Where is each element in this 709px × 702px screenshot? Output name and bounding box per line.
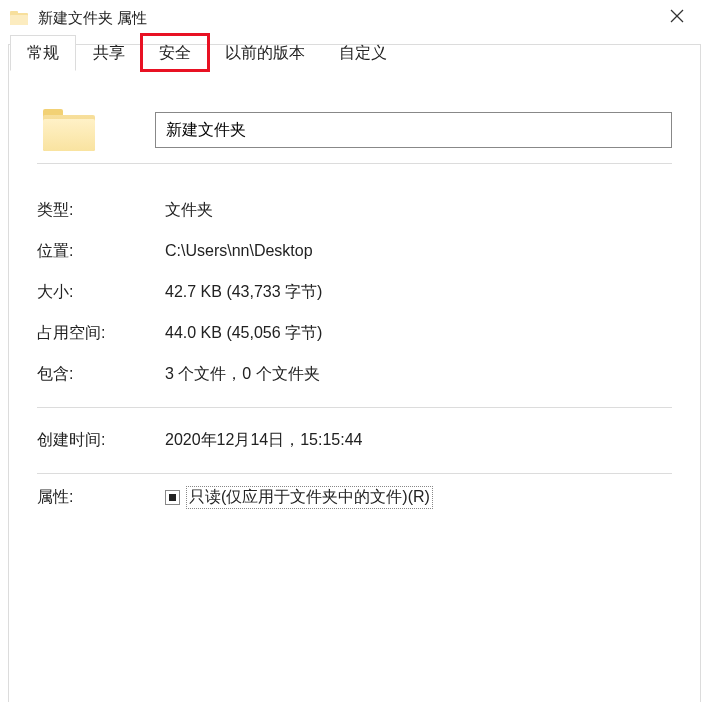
- name-row: [37, 109, 672, 151]
- label-attributes: 属性:: [37, 487, 165, 508]
- tab-previous-versions[interactable]: 以前的版本: [208, 35, 322, 70]
- close-button[interactable]: [655, 2, 699, 30]
- divider: [37, 473, 672, 474]
- value-size: 42.7 KB (43,733 字节): [165, 282, 322, 303]
- label-type: 类型:: [37, 200, 165, 221]
- value-created: 2020年12月14日，15:15:44: [165, 430, 362, 451]
- row-location: 位置: C:\Users\nn\Desktop: [37, 231, 672, 272]
- label-size: 大小:: [37, 282, 165, 303]
- tab-general[interactable]: 常规: [10, 35, 76, 71]
- readonly-label[interactable]: 只读(仅应用于文件夹中的文件)(R): [186, 486, 433, 509]
- tab-security[interactable]: 安全: [142, 35, 208, 70]
- close-icon: [670, 9, 684, 23]
- tab-customize[interactable]: 自定义: [322, 35, 404, 70]
- property-list: 类型: 文件夹 位置: C:\Users\nn\Desktop 大小: 42.7…: [37, 190, 672, 395]
- divider: [37, 407, 672, 408]
- value-location: C:\Users\nn\Desktop: [165, 242, 313, 260]
- indeterminate-mark-icon: [169, 494, 176, 501]
- label-location: 位置:: [37, 241, 165, 262]
- value-type: 文件夹: [165, 200, 213, 221]
- readonly-checkbox[interactable]: [165, 490, 180, 505]
- value-size-on-disk: 44.0 KB (45,056 字节): [165, 323, 322, 344]
- window-title: 新建文件夹 属性: [38, 9, 147, 28]
- label-contains: 包含:: [37, 364, 165, 385]
- divider: [37, 163, 672, 164]
- folder-icon: [43, 109, 95, 151]
- value-contains: 3 个文件，0 个文件夹: [165, 364, 320, 385]
- row-size-on-disk: 占用空间: 44.0 KB (45,056 字节): [37, 313, 672, 354]
- general-pane: 类型: 文件夹 位置: C:\Users\nn\Desktop 大小: 42.7…: [9, 71, 700, 509]
- tab-sharing[interactable]: 共享: [76, 35, 142, 70]
- dialog-body: 类型: 文件夹 位置: C:\Users\nn\Desktop 大小: 42.7…: [8, 44, 701, 702]
- label-size-on-disk: 占用空间:: [37, 323, 165, 344]
- label-created: 创建时间:: [37, 430, 165, 451]
- row-created: 创建时间: 2020年12月14日，15:15:44: [37, 420, 672, 461]
- titlebar: 新建文件夹 属性: [0, 0, 709, 36]
- folder-icon: [10, 11, 28, 25]
- folder-name-input[interactable]: [155, 112, 672, 148]
- row-contains: 包含: 3 个文件，0 个文件夹: [37, 354, 672, 395]
- row-size: 大小: 42.7 KB (43,733 字节): [37, 272, 672, 313]
- row-attributes: 属性: 只读(仅应用于文件夹中的文件)(R): [37, 486, 672, 509]
- properties-window: 新建文件夹 属性 常规 共享 安全 以前的版本 自定义: [0, 0, 709, 702]
- row-type: 类型: 文件夹: [37, 190, 672, 231]
- tab-strip: 常规 共享 安全 以前的版本 自定义: [10, 36, 404, 70]
